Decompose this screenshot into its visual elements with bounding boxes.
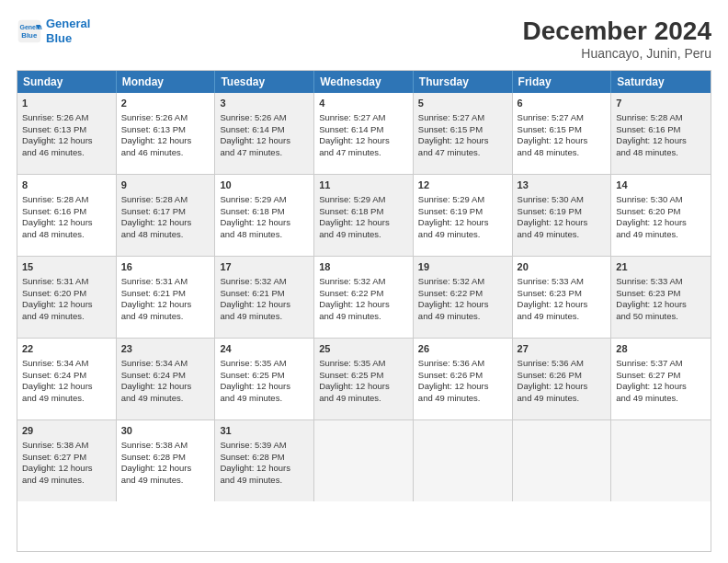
day-info-line: Sunset: 6:15 PM: [518, 124, 607, 136]
day-info-line: Sunrise: 5:33 AM: [518, 276, 607, 288]
calendar-day-29: 29Sunrise: 5:38 AMSunset: 6:27 PMDayligh…: [17, 420, 117, 501]
day-info-line: Sunset: 6:25 PM: [319, 370, 408, 382]
day-info-line: and 49 minutes.: [518, 229, 607, 241]
day-info-line: Sunrise: 5:35 AM: [319, 358, 408, 370]
day-info-line: Sunrise: 5:32 AM: [418, 276, 507, 288]
day-info-line: Sunrise: 5:38 AM: [121, 440, 210, 452]
day-info-line: Sunset: 6:22 PM: [418, 288, 507, 300]
day-info-line: and 48 minutes.: [220, 229, 309, 241]
calendar-day-18: 18Sunrise: 5:32 AMSunset: 6:22 PMDayligh…: [314, 257, 414, 338]
day-info-line: and 47 minutes.: [319, 147, 408, 159]
day-info-line: and 49 minutes.: [220, 311, 309, 323]
day-info-line: Sunrise: 5:30 AM: [616, 194, 706, 206]
day-info-line: Daylight: 12 hours: [220, 381, 309, 393]
day-info-line: Daylight: 12 hours: [418, 217, 507, 229]
day-info-line: Daylight: 12 hours: [22, 381, 111, 393]
day-info-line: Sunset: 6:24 PM: [121, 370, 210, 382]
calendar-week-1: 1Sunrise: 5:26 AMSunset: 6:13 PMDaylight…: [17, 93, 711, 174]
day-info-line: Daylight: 12 hours: [518, 299, 607, 311]
calendar-day-15: 15Sunrise: 5:31 AMSunset: 6:20 PMDayligh…: [17, 257, 117, 338]
day-info-line: Sunrise: 5:31 AM: [22, 276, 111, 288]
calendar-day-25: 25Sunrise: 5:35 AMSunset: 6:25 PMDayligh…: [314, 339, 414, 419]
day-info-line: Sunrise: 5:27 AM: [418, 112, 507, 124]
day-info-line: Sunrise: 5:36 AM: [518, 358, 607, 370]
day-info-line: Sunrise: 5:26 AM: [220, 112, 309, 124]
day-info-line: Sunrise: 5:27 AM: [518, 112, 607, 124]
day-info-line: Sunrise: 5:28 AM: [22, 194, 111, 206]
logo-subtext: Blue: [46, 31, 90, 46]
calendar-week-3: 15Sunrise: 5:31 AMSunset: 6:20 PMDayligh…: [17, 256, 711, 338]
day-info-line: Sunrise: 5:37 AM: [616, 358, 706, 370]
day-info-line: Daylight: 12 hours: [22, 299, 111, 311]
day-number: 25: [319, 342, 408, 356]
day-info-line: Sunrise: 5:35 AM: [220, 358, 309, 370]
calendar-week-5: 29Sunrise: 5:38 AMSunset: 6:27 PMDayligh…: [17, 419, 711, 501]
calendar-day-1: 1Sunrise: 5:26 AMSunset: 6:13 PMDaylight…: [17, 93, 117, 174]
day-info-line: Sunset: 6:24 PM: [22, 370, 111, 382]
header: General Blue General Blue December 2024 …: [17, 17, 711, 61]
logo: General Blue General Blue: [17, 17, 90, 45]
day-of-week-tuesday: Tuesday: [215, 71, 314, 93]
day-info-line: Sunset: 6:22 PM: [319, 288, 408, 300]
calendar-day-22: 22Sunrise: 5:34 AMSunset: 6:24 PMDayligh…: [17, 339, 117, 419]
day-info-line: Sunset: 6:13 PM: [121, 124, 210, 136]
calendar-week-2: 8Sunrise: 5:28 AMSunset: 6:16 PMDaylight…: [17, 174, 711, 256]
calendar-day-13: 13Sunrise: 5:30 AMSunset: 6:19 PMDayligh…: [513, 175, 612, 256]
day-info-line: and 46 minutes.: [121, 147, 210, 159]
day-info-line: Sunset: 6:20 PM: [22, 288, 111, 300]
day-info-line: Sunset: 6:25 PM: [220, 370, 309, 382]
day-number: 27: [518, 342, 607, 356]
day-number: 23: [121, 342, 210, 356]
day-info-line: and 49 minutes.: [220, 393, 309, 405]
day-info-line: Sunset: 6:16 PM: [616, 124, 706, 136]
calendar-day-24: 24Sunrise: 5:35 AMSunset: 6:25 PMDayligh…: [215, 339, 314, 419]
day-info-line: Sunset: 6:23 PM: [518, 288, 607, 300]
day-number: 11: [319, 178, 408, 192]
day-number: 29: [22, 424, 111, 438]
calendar-day-21: 21Sunrise: 5:33 AMSunset: 6:23 PMDayligh…: [611, 257, 711, 338]
day-info-line: Daylight: 12 hours: [22, 217, 111, 229]
day-info-line: Sunrise: 5:26 AM: [22, 112, 111, 124]
day-info-line: Daylight: 12 hours: [616, 217, 706, 229]
day-info-line: Daylight: 12 hours: [121, 299, 210, 311]
day-info-line: Sunset: 6:20 PM: [616, 206, 706, 218]
day-info-line: and 49 minutes.: [418, 311, 507, 323]
day-info-line: Sunset: 6:27 PM: [22, 452, 111, 464]
day-number: 21: [616, 260, 706, 274]
day-of-week-wednesday: Wednesday: [314, 71, 414, 93]
day-info-line: Daylight: 12 hours: [220, 299, 309, 311]
day-number: 14: [616, 178, 706, 192]
day-info-line: Daylight: 12 hours: [121, 381, 210, 393]
day-info-line: Sunset: 6:27 PM: [616, 370, 706, 382]
day-info-line: Sunset: 6:21 PM: [220, 288, 309, 300]
day-info-line: Sunrise: 5:32 AM: [220, 276, 309, 288]
day-info-line: Sunset: 6:26 PM: [518, 370, 607, 382]
calendar: SundayMondayTuesdayWednesdayThursdayFrid…: [17, 70, 711, 552]
day-info-line: Sunset: 6:18 PM: [319, 206, 408, 218]
day-info-line: Daylight: 12 hours: [518, 135, 607, 147]
day-info-line: Sunset: 6:17 PM: [121, 206, 210, 218]
day-info-line: Sunset: 6:28 PM: [121, 452, 210, 464]
day-info-line: Sunrise: 5:29 AM: [220, 194, 309, 206]
day-info-line: Daylight: 12 hours: [121, 217, 210, 229]
calendar-day-2: 2Sunrise: 5:26 AMSunset: 6:13 PMDaylight…: [117, 93, 216, 174]
day-number: 3: [220, 97, 309, 110]
day-number: 15: [22, 260, 111, 274]
calendar-day-16: 16Sunrise: 5:31 AMSunset: 6:21 PMDayligh…: [117, 257, 216, 338]
day-info-line: Sunrise: 5:34 AM: [121, 358, 210, 370]
subtitle: Huancayo, Junin, Peru: [523, 46, 711, 61]
calendar-day-17: 17Sunrise: 5:32 AMSunset: 6:21 PMDayligh…: [215, 257, 314, 338]
calendar-day-8: 8Sunrise: 5:28 AMSunset: 6:16 PMDaylight…: [17, 175, 117, 256]
day-info-line: and 49 minutes.: [22, 475, 111, 487]
day-info-line: Sunset: 6:19 PM: [518, 206, 607, 218]
logo-icon: General Blue: [17, 18, 42, 44]
calendar-day-30: 30Sunrise: 5:38 AMSunset: 6:28 PMDayligh…: [117, 420, 216, 501]
day-info-line: and 49 minutes.: [22, 393, 111, 405]
svg-text:Blue: Blue: [21, 31, 38, 40]
day-info-line: Sunrise: 5:26 AM: [121, 112, 210, 124]
day-info-line: and 49 minutes.: [518, 393, 607, 405]
day-info-line: Daylight: 12 hours: [418, 135, 507, 147]
calendar-day-31: 31Sunrise: 5:39 AMSunset: 6:28 PMDayligh…: [215, 420, 314, 501]
day-number: 17: [220, 260, 309, 274]
day-info-line: and 49 minutes.: [121, 475, 210, 487]
